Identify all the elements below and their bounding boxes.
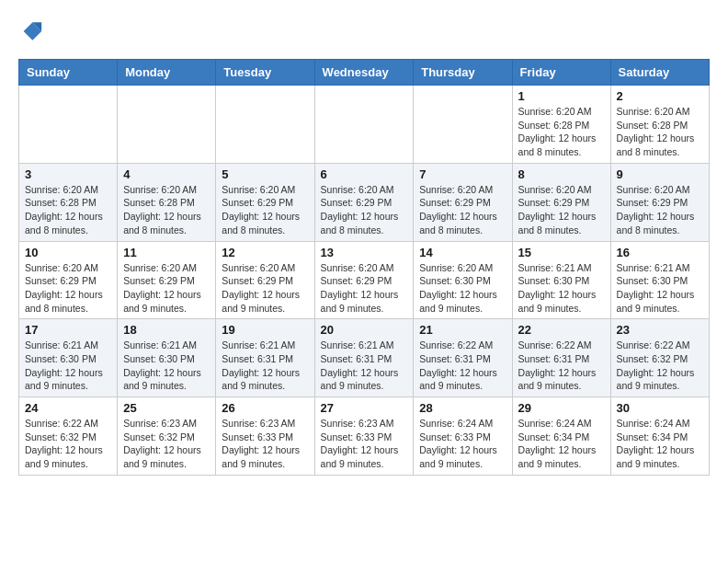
calendar-cell: 25Sunrise: 6:23 AM Sunset: 6:32 PM Dayli…: [118, 397, 216, 476]
day-number: 1: [518, 89, 605, 103]
calendar-cell: 10Sunrise: 6:20 AM Sunset: 6:29 PM Dayli…: [19, 241, 118, 319]
day-info: Sunrise: 6:20 AM Sunset: 6:28 PM Dayligh…: [25, 183, 111, 237]
day-number: 3: [25, 167, 111, 181]
day-info: Sunrise: 6:23 AM Sunset: 6:33 PM Dayligh…: [321, 417, 408, 471]
calendar-table: SundayMondayTuesdayWednesdayThursdayFrid…: [18, 59, 710, 476]
day-number: 5: [222, 167, 308, 181]
calendar-cell: 24Sunrise: 6:22 AM Sunset: 6:32 PM Dayli…: [19, 397, 118, 476]
day-number: 2: [617, 89, 703, 103]
day-info: Sunrise: 6:24 AM Sunset: 6:34 PM Dayligh…: [617, 417, 703, 471]
calendar-cell: 8Sunrise: 6:20 AM Sunset: 6:29 PM Daylig…: [512, 163, 610, 241]
day-number: 18: [123, 323, 210, 337]
day-number: 21: [419, 323, 506, 337]
day-info: Sunrise: 6:22 AM Sunset: 6:31 PM Dayligh…: [419, 339, 506, 393]
day-number: 22: [518, 323, 605, 337]
calendar-cell: 28Sunrise: 6:24 AM Sunset: 6:33 PM Dayli…: [414, 397, 512, 476]
day-info: Sunrise: 6:21 AM Sunset: 6:31 PM Dayligh…: [222, 339, 308, 393]
day-info: Sunrise: 6:23 AM Sunset: 6:33 PM Dayligh…: [222, 417, 308, 471]
day-number: 19: [222, 323, 308, 337]
column-header-wednesday: Wednesday: [314, 60, 414, 86]
day-info: Sunrise: 6:21 AM Sunset: 6:30 PM Dayligh…: [617, 261, 703, 316]
calendar-cell: 4Sunrise: 6:20 AM Sunset: 6:28 PM Daylig…: [118, 163, 216, 241]
logo: [18, 18, 48, 44]
column-header-sunday: Sunday: [19, 60, 118, 86]
day-number: 17: [25, 323, 111, 337]
day-info: Sunrise: 6:20 AM Sunset: 6:28 PM Dayligh…: [123, 183, 210, 237]
calendar-cell: 15Sunrise: 6:21 AM Sunset: 6:30 PM Dayli…: [512, 241, 610, 319]
day-info: Sunrise: 6:23 AM Sunset: 6:32 PM Dayligh…: [123, 417, 210, 471]
column-header-saturday: Saturday: [610, 60, 709, 86]
calendar-cell: 16Sunrise: 6:21 AM Sunset: 6:30 PM Dayli…: [610, 241, 709, 319]
calendar-cell: 6Sunrise: 6:20 AM Sunset: 6:29 PM Daylig…: [314, 163, 414, 241]
calendar-cell: 17Sunrise: 6:21 AM Sunset: 6:30 PM Dayli…: [19, 319, 118, 397]
day-info: Sunrise: 6:24 AM Sunset: 6:33 PM Dayligh…: [419, 417, 506, 471]
day-info: Sunrise: 6:20 AM Sunset: 6:29 PM Dayligh…: [123, 261, 210, 316]
day-number: 7: [419, 167, 506, 181]
day-info: Sunrise: 6:21 AM Sunset: 6:30 PM Dayligh…: [25, 339, 111, 393]
day-number: 24: [25, 401, 111, 415]
column-header-monday: Monday: [118, 60, 216, 86]
calendar-header-row: SundayMondayTuesdayWednesdayThursdayFrid…: [19, 60, 710, 86]
page-header: [18, 18, 710, 44]
calendar-cell: 1Sunrise: 6:20 AM Sunset: 6:28 PM Daylig…: [512, 86, 610, 164]
day-number: 23: [617, 323, 703, 337]
calendar-cell: 12Sunrise: 6:20 AM Sunset: 6:29 PM Dayli…: [216, 241, 314, 319]
day-info: Sunrise: 6:24 AM Sunset: 6:34 PM Dayligh…: [518, 417, 605, 471]
calendar-cell: 5Sunrise: 6:20 AM Sunset: 6:29 PM Daylig…: [216, 163, 314, 241]
day-number: 12: [222, 246, 308, 259]
day-info: Sunrise: 6:20 AM Sunset: 6:29 PM Dayligh…: [518, 183, 605, 237]
calendar-cell: 20Sunrise: 6:21 AM Sunset: 6:31 PM Dayli…: [314, 319, 414, 397]
day-info: Sunrise: 6:22 AM Sunset: 6:32 PM Dayligh…: [25, 417, 111, 471]
calendar-week-row: 3Sunrise: 6:20 AM Sunset: 6:28 PM Daylig…: [19, 163, 710, 241]
day-info: Sunrise: 6:20 AM Sunset: 6:29 PM Dayligh…: [321, 183, 408, 237]
logo-icon: [18, 18, 44, 44]
calendar-cell: 14Sunrise: 6:20 AM Sunset: 6:30 PM Dayli…: [414, 241, 512, 319]
calendar-cell: [314, 86, 414, 164]
calendar-cell: 11Sunrise: 6:20 AM Sunset: 6:29 PM Dayli…: [118, 241, 216, 319]
calendar-week-row: 10Sunrise: 6:20 AM Sunset: 6:29 PM Dayli…: [19, 241, 710, 319]
calendar-cell: 3Sunrise: 6:20 AM Sunset: 6:28 PM Daylig…: [19, 163, 118, 241]
day-number: 27: [321, 401, 408, 415]
calendar-cell: 27Sunrise: 6:23 AM Sunset: 6:33 PM Dayli…: [314, 397, 414, 476]
day-number: 14: [419, 246, 506, 259]
day-number: 6: [321, 167, 408, 181]
calendar-cell: [216, 86, 314, 164]
day-info: Sunrise: 6:20 AM Sunset: 6:29 PM Dayligh…: [321, 261, 408, 316]
column-header-friday: Friday: [512, 60, 610, 86]
calendar-cell: 7Sunrise: 6:20 AM Sunset: 6:29 PM Daylig…: [414, 163, 512, 241]
calendar-cell: 9Sunrise: 6:20 AM Sunset: 6:29 PM Daylig…: [610, 163, 709, 241]
calendar-cell: [118, 86, 216, 164]
calendar-cell: [19, 86, 118, 164]
day-info: Sunrise: 6:20 AM Sunset: 6:28 PM Dayligh…: [617, 105, 703, 159]
calendar-cell: 23Sunrise: 6:22 AM Sunset: 6:32 PM Dayli…: [610, 319, 709, 397]
day-number: 16: [617, 246, 703, 259]
day-number: 28: [419, 401, 506, 415]
day-number: 13: [321, 246, 408, 259]
calendar-cell: 13Sunrise: 6:20 AM Sunset: 6:29 PM Dayli…: [314, 241, 414, 319]
column-header-thursday: Thursday: [414, 60, 512, 86]
day-number: 30: [617, 401, 703, 415]
day-number: 20: [321, 323, 408, 337]
day-number: 11: [123, 246, 210, 259]
day-number: 9: [617, 167, 703, 181]
day-info: Sunrise: 6:22 AM Sunset: 6:32 PM Dayligh…: [617, 339, 703, 393]
day-info: Sunrise: 6:20 AM Sunset: 6:29 PM Dayligh…: [222, 261, 308, 316]
calendar-cell: 22Sunrise: 6:22 AM Sunset: 6:31 PM Dayli…: [512, 319, 610, 397]
day-info: Sunrise: 6:20 AM Sunset: 6:29 PM Dayligh…: [617, 183, 703, 237]
day-number: 25: [123, 401, 210, 415]
day-number: 8: [518, 167, 605, 181]
day-number: 10: [25, 246, 111, 259]
day-info: Sunrise: 6:20 AM Sunset: 6:29 PM Dayligh…: [419, 183, 506, 237]
day-info: Sunrise: 6:20 AM Sunset: 6:29 PM Dayligh…: [222, 183, 308, 237]
calendar-cell: 29Sunrise: 6:24 AM Sunset: 6:34 PM Dayli…: [512, 397, 610, 476]
calendar-cell: 26Sunrise: 6:23 AM Sunset: 6:33 PM Dayli…: [216, 397, 314, 476]
calendar-cell: [414, 86, 512, 164]
day-info: Sunrise: 6:20 AM Sunset: 6:29 PM Dayligh…: [25, 261, 111, 316]
day-info: Sunrise: 6:22 AM Sunset: 6:31 PM Dayligh…: [518, 339, 605, 393]
calendar-cell: 21Sunrise: 6:22 AM Sunset: 6:31 PM Dayli…: [414, 319, 512, 397]
day-info: Sunrise: 6:21 AM Sunset: 6:30 PM Dayligh…: [518, 261, 605, 316]
day-info: Sunrise: 6:20 AM Sunset: 6:30 PM Dayligh…: [419, 261, 506, 316]
calendar-cell: 30Sunrise: 6:24 AM Sunset: 6:34 PM Dayli…: [610, 397, 709, 476]
day-number: 26: [222, 401, 308, 415]
day-info: Sunrise: 6:21 AM Sunset: 6:31 PM Dayligh…: [321, 339, 408, 393]
